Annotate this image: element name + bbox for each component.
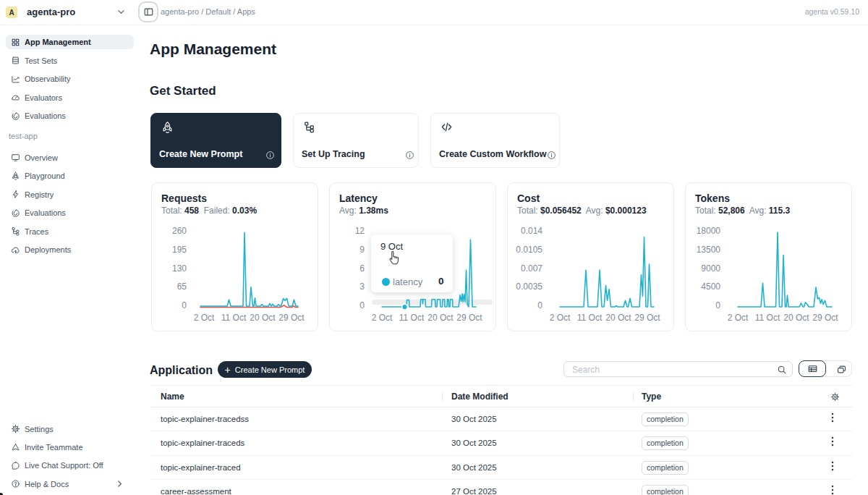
svg-text:20 Oct: 20 Oct [605,313,631,323]
svg-text:29 Oct: 29 Oct [278,313,305,323]
svg-text:195: 195 [172,245,187,255]
svg-text:29 Oct: 29 Oct [634,313,660,323]
svg-text:11 Oct: 11 Oct [221,313,247,323]
svg-text:0: 0 [182,300,187,310]
svg-text:0.007: 0.007 [521,263,542,274]
svg-text:9000: 9000 [701,263,720,274]
svg-text:9: 9 [359,245,365,255]
svg-text:4500: 4500 [701,282,720,292]
svg-text:29 Oct: 29 Oct [812,313,838,323]
svg-text:0: 0 [537,300,542,310]
svg-text:18000: 18000 [697,226,721,236]
svg-text:2 Oct: 2 Oct [194,313,215,323]
svg-text:20 Oct: 20 Oct [250,313,276,323]
svg-text:2 Oct: 2 Oct [728,313,749,323]
svg-text:0.0035: 0.0035 [516,282,542,292]
svg-text:13500: 13500 [697,245,721,255]
svg-text:6: 6 [359,263,365,274]
svg-text:29 Oct: 29 Oct [456,313,482,323]
svg-text:0: 0 [359,300,365,310]
svg-text:2 Oct: 2 Oct [550,313,571,323]
svg-text:20 Oct: 20 Oct [783,313,809,323]
svg-text:11 Oct: 11 Oct [755,313,780,323]
svg-text:0.014: 0.014 [521,226,542,236]
svg-text:260: 260 [172,226,187,236]
svg-text:11 Oct: 11 Oct [577,313,603,323]
svg-text:11 Oct: 11 Oct [399,313,425,323]
svg-text:20 Oct: 20 Oct [427,313,454,323]
svg-text:0.0105: 0.0105 [516,245,542,255]
svg-text:2 Oct: 2 Oct [372,313,393,323]
svg-text:130: 130 [172,263,187,274]
svg-text:0: 0 [715,300,720,310]
svg-text:3: 3 [359,282,365,292]
svg-text:65: 65 [177,282,187,292]
svg-text:12: 12 [355,226,365,236]
